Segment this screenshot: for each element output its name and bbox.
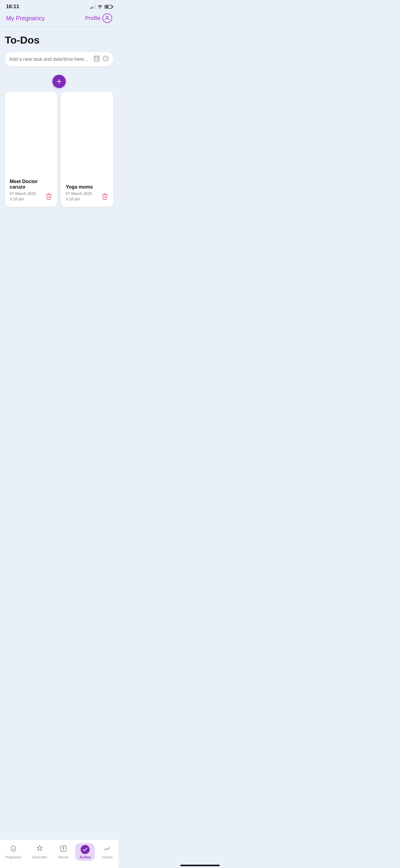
- profile-avatar-icon: [103, 13, 112, 23]
- status-time: 16:11: [6, 4, 19, 10]
- status-icons: [90, 4, 112, 9]
- main-content: To-Dos + Meet Doct: [0, 27, 118, 237]
- profile-label: Profile: [85, 15, 101, 22]
- page-title: To-Dos: [5, 34, 113, 46]
- bottom-spacer: [5, 207, 113, 237]
- svg-point-0: [106, 16, 109, 18]
- status-bar: 16:11: [0, 0, 118, 12]
- task-title: Meet Doctor caruzo: [10, 179, 52, 190]
- app-title: My Pregnancy: [6, 15, 45, 22]
- task-title: Yoga moms: [66, 184, 109, 190]
- task-input-row: [5, 52, 113, 66]
- wifi-icon: [97, 4, 103, 9]
- top-nav: My Pregnancy Profile: [0, 12, 118, 27]
- add-task-button[interactable]: +: [52, 75, 66, 88]
- delete-task-button[interactable]: [45, 193, 52, 202]
- profile-button[interactable]: Profile: [85, 13, 112, 23]
- task-cards-grid: Meet Doctor caruzo 07 March 20253:16 pm …: [5, 92, 113, 207]
- battery-icon: [105, 5, 112, 9]
- task-card: Yoga moms 07 March 20253:16 pm: [61, 92, 113, 207]
- clock-icon[interactable]: [103, 55, 109, 63]
- task-card: Meet Doctor caruzo 07 March 20253:16 pm: [5, 92, 57, 207]
- add-button-container: +: [5, 75, 113, 88]
- calendar-icon[interactable]: [93, 55, 100, 63]
- delete-task-button[interactable]: [101, 193, 109, 202]
- svg-rect-6: [97, 59, 98, 60]
- signal-icon: [90, 4, 95, 9]
- svg-rect-1: [94, 56, 99, 61]
- task-input[interactable]: [9, 57, 91, 62]
- svg-rect-5: [95, 59, 96, 60]
